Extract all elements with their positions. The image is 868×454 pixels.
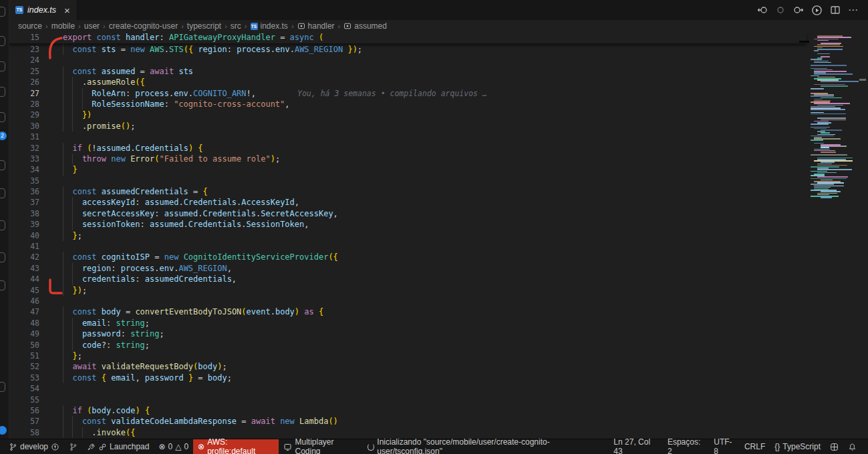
status-item-aws-profile[interactable]: ⊗AWS: profile:default: [193, 439, 279, 454]
line-number[interactable]: 55: [9, 395, 45, 405]
code-line[interactable]: 47const body = convertEventBodyToJSON(ev…: [9, 306, 868, 317]
line-number[interactable]: 27: [9, 88, 45, 99]
run-debug-icon[interactable]: [811, 5, 823, 16]
code-line[interactable]: 43region: process.env.AWS_REGION,: [9, 263, 868, 274]
code-line[interactable]: 30.promise();: [9, 121, 868, 132]
activity-bar-partial-icon[interactable]: [0, 36, 5, 46]
line-number[interactable]: 23: [9, 44, 45, 55]
status-item-feedback[interactable]: [825, 439, 843, 454]
status-item-encoding[interactable]: UTF-8: [709, 439, 740, 454]
activity-bar-partial-icon[interactable]: [0, 188, 5, 198]
minimap[interactable]: [809, 34, 859, 203]
account-badge[interactable]: [0, 426, 7, 435]
code-line[interactable]: 40};: [9, 230, 868, 241]
code-line[interactable]: 33throw new Error("Failed to assume role…: [9, 154, 868, 164]
line-number[interactable]: 41: [9, 241, 45, 252]
breadcrumb-item-user[interactable]: user: [84, 21, 100, 31]
code-line[interactable]: 44credentials: assumedCredentials,: [9, 274, 868, 284]
code-line[interactable]: 38secretAccessKey: assumed.Credentials.S…: [9, 208, 868, 219]
activity-bar-partial-icon[interactable]: [0, 382, 5, 392]
status-item-launchpad[interactable]: Launchpad: [82, 439, 154, 454]
activity-bar-partial-icon[interactable]: [0, 280, 5, 290]
line-number[interactable]: 40: [9, 230, 45, 241]
more-actions-icon[interactable]: ⋯: [848, 4, 859, 16]
line-number[interactable]: 42: [9, 252, 45, 262]
line-number[interactable]: 45: [9, 285, 45, 296]
code-line[interactable]: 57const validateCodeLambdaResponse = awa…: [9, 416, 868, 427]
status-item-multiplayer[interactable]: Multiplayer Coding: [279, 439, 362, 454]
code-line[interactable]: 29}): [9, 109, 868, 120]
sticky-line[interactable]: 15export const handler: APIGatewayProxyH…: [9, 32, 807, 43]
breadcrumb-item-create-cognito-user[interactable]: create-cognito-user: [109, 21, 178, 31]
line-number[interactable]: 34: [9, 164, 45, 175]
split-editor-icon[interactable]: [830, 5, 841, 15]
status-item-eol[interactable]: CRLF: [740, 439, 770, 454]
code-line[interactable]: 35: [9, 176, 868, 186]
line-number[interactable]: 46: [9, 296, 45, 306]
sticky-scroll-line[interactable]: 15export const handler: APIGatewayProxyH…: [9, 32, 807, 43]
code-line[interactable]: 32if (!assumed.Credentials) {: [9, 143, 868, 154]
activity-bar-partial-icon[interactable]: [0, 7, 5, 17]
code-line[interactable]: 49password: string;: [9, 328, 868, 339]
code-line[interactable]: 31: [9, 132, 868, 142]
line-number[interactable]: 24: [9, 55, 45, 65]
breadcrumb-item-typescript[interactable]: typescript: [187, 21, 221, 31]
line-number[interactable]: 51: [9, 351, 45, 361]
code-line[interactable]: 42const cognitoISP = new CognitoIdentity…: [9, 252, 868, 262]
line-number[interactable]: 30: [9, 121, 45, 132]
code-line[interactable]: 52await validateRequestBody(body);: [9, 361, 868, 372]
line-number[interactable]: 50: [9, 340, 45, 351]
breadcrumb-item-index-ts[interactable]: TSindex.ts: [251, 21, 288, 31]
breadcrumb-item-assumed[interactable]: assumed: [343, 21, 387, 31]
line-number[interactable]: 54: [9, 383, 45, 394]
line-number[interactable]: 53: [9, 373, 45, 383]
status-item-init-task[interactable]: Inicializando "source/mobile/user/create…: [363, 439, 609, 454]
code-line[interactable]: 37accessKeyId: assumed.Credentials.Acces…: [9, 197, 868, 208]
code-line[interactable]: 36const assumedCredentials = {: [9, 186, 868, 197]
activity-bar-partial-icon[interactable]: [0, 112, 5, 122]
code-line[interactable]: 46: [9, 296, 868, 306]
status-item-indentation[interactable]: Espaços: 2: [663, 439, 709, 454]
line-number[interactable]: 38: [9, 208, 45, 219]
code-line[interactable]: 41: [9, 241, 868, 252]
line-number[interactable]: 36: [9, 186, 45, 197]
line-number[interactable]: 31: [9, 132, 45, 142]
nav-circle-icon[interactable]: [775, 5, 786, 15]
code-line[interactable]: 48email: string;: [9, 318, 868, 328]
line-number[interactable]: 52: [9, 361, 45, 372]
status-item-notifications[interactable]: [843, 439, 861, 454]
code-line[interactable]: 56if (body.code) {: [9, 405, 868, 416]
line-number[interactable]: 49: [9, 328, 45, 339]
line-number[interactable]: 37: [9, 197, 45, 208]
breadcrumb-item-src[interactable]: src: [231, 21, 241, 31]
line-number[interactable]: 43: [9, 263, 45, 274]
code-editor[interactable]: 15export const handler: APIGatewayProxyH…: [9, 32, 868, 439]
line-number[interactable]: 48: [9, 318, 45, 328]
line-number[interactable]: 32: [9, 143, 45, 154]
code-line[interactable]: 25const assumed = await sts: [9, 66, 868, 77]
code-line[interactable]: 51};: [9, 351, 868, 361]
code-line[interactable]: 39sessionToken: assumed.Credentials.Sess…: [9, 219, 868, 230]
breadcrumb-item-handler[interactable]: handler: [297, 21, 335, 31]
line-number[interactable]: 58: [9, 427, 45, 438]
activity-bar[interactable]: 2: [0, 0, 9, 439]
nav-back-icon[interactable]: [757, 5, 768, 15]
status-item-problems[interactable]: ⊗0△0: [154, 439, 193, 454]
code-line[interactable]: 50code?: string;: [9, 340, 868, 351]
code-line[interactable]: 24: [9, 55, 868, 65]
close-icon[interactable]: ×: [64, 5, 70, 15]
line-number[interactable]: 26: [9, 77, 45, 87]
code-line[interactable]: 23const sts = new AWS.STS({ region: proc…: [9, 44, 868, 55]
code-line[interactable]: 27RoleArn: process.env.COGNITO_ARN!,You,…: [9, 88, 868, 99]
code-line[interactable]: 53const { email, password } = body;: [9, 373, 868, 383]
status-item-cursor-position[interactable]: Ln 27, Col 43: [609, 439, 663, 454]
line-number[interactable]: 47: [9, 306, 45, 317]
nav-forward-icon[interactable]: [793, 5, 804, 15]
source-control-badge[interactable]: 2: [0, 132, 7, 140]
activity-bar-partial-icon[interactable]: [0, 252, 5, 262]
line-number[interactable]: 35: [9, 176, 45, 186]
activity-bar-partial-icon[interactable]: [0, 160, 5, 170]
activity-bar-partial-icon[interactable]: [0, 87, 5, 97]
breadcrumb-item-mobile[interactable]: mobile: [51, 21, 75, 31]
code-line[interactable]: 45});: [9, 285, 868, 296]
